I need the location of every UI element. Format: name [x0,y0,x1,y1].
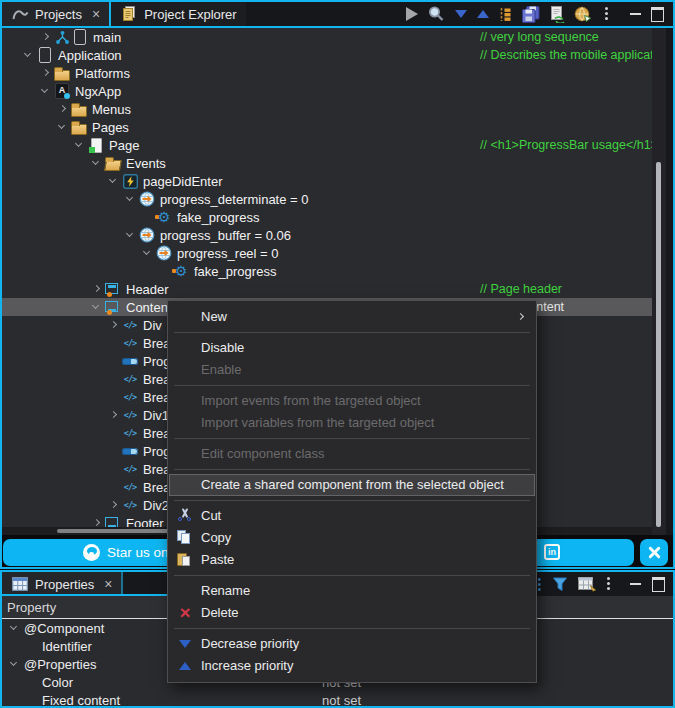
property-label: Identifier [42,639,92,654]
tree-item-events[interactable]: Events [2,154,652,172]
page-icon [87,137,105,153]
menu-item-increase-priority[interactable]: Increase priority [168,655,536,677]
chevron-expanded-icon[interactable] [124,226,138,244]
publish-globe-icon[interactable] [574,4,592,24]
chevron-collapsed-icon[interactable] [56,100,70,118]
tree-item-progress-reel-0[interactable]: progress_reel = 0 [2,244,652,262]
tree-item-page[interactable]: Page// <h1>ProgressBar usage</h1> [2,136,652,154]
close-tab-icon[interactable]: × [104,578,112,590]
property-value[interactable]: not set [322,693,361,708]
tab-project-explorer[interactable]: Project Explorer [111,2,245,26]
chevron-spacer [141,208,155,226]
chevron-collapsed-icon[interactable] [107,496,121,514]
folder-icon [70,101,88,117]
tree-item-ngxapp[interactable]: NgxApp [2,82,652,100]
chevron-spacer [107,442,121,460]
progressbar-icon [121,353,139,369]
tree-item-fake-progress[interactable]: fake_progress [2,262,652,280]
property-row-fixed-content[interactable]: Fixed contentnot set [2,691,673,708]
menu-item-rename[interactable]: Rename [168,580,536,602]
property-label: Fixed content [42,693,120,708]
chevron-collapsed-icon[interactable] [107,406,121,424]
tree-item-comment: // Describes the mobile application [480,48,652,62]
tree-item-label: progress_reel = 0 [177,246,279,261]
minimize-icon[interactable] [629,574,642,594]
chevron-expanded-icon[interactable] [56,118,70,136]
tree-item-pages[interactable]: Pages [2,118,652,136]
chevron-expanded-icon[interactable] [22,46,36,64]
refresh-doc-icon[interactable] [549,4,565,24]
tree-item-pagedidenter[interactable]: pageDidEnter [2,172,652,190]
tree-item-fake-progress[interactable]: fake_progress [2,208,652,226]
chevron-collapsed-icon[interactable] [107,316,121,334]
menu-item-label: Paste [201,552,234,567]
tab-projects[interactable]: Projects × [2,2,111,26]
menu-item-new[interactable]: New [168,306,536,328]
chevron-expanded-icon[interactable] [8,655,22,673]
chevron-expanded-icon[interactable] [39,82,53,100]
outline-icon[interactable] [498,4,513,24]
tab-properties[interactable]: Properties × [2,572,123,596]
tab-project-explorer-label: Project Explorer [144,7,236,22]
tree-item-progress-determinate-0[interactable]: progress_determinate = 0 [2,190,652,208]
vertical-scrollbar[interactable] [652,28,666,535]
chevron-collapsed-icon[interactable] [90,280,104,298]
maximize-icon[interactable] [651,4,664,24]
chevron-expanded-icon[interactable] [107,172,121,190]
table-edit-icon[interactable] [578,574,596,594]
tree-item-label: Div2 [143,498,169,513]
chevron-expanded-icon[interactable] [90,154,104,172]
tree-item-menus[interactable]: Menus [2,100,652,118]
menu-item-create-a-shared-component-from-the-selec[interactable]: Create a shared component from the selec… [169,474,535,496]
search-icon[interactable] [427,4,445,24]
chevron-expanded-icon[interactable] [8,619,22,637]
tree-item-label: NgxApp [75,84,121,99]
move-up-icon[interactable] [476,4,489,24]
footer-icon [104,515,122,527]
menu-item-cut[interactable]: Cut [168,505,536,527]
menu-item-label: Import variables from the targeted objec… [201,415,434,430]
overflow-dots-icon[interactable] [606,574,619,594]
content-icon [104,299,122,315]
device-icon [36,47,54,63]
tree-item-label: Page [109,138,139,153]
run-icon[interactable] [405,4,418,24]
tree-item-label: Footer [126,516,164,528]
tree-item-header[interactable]: Header// Page header [2,280,652,298]
vertical-scrollbar-thumb[interactable] [656,162,661,527]
move-down-icon[interactable] [454,4,467,24]
chevron-expanded-icon[interactable] [90,298,104,316]
chevron-expanded-icon[interactable] [124,190,138,208]
overflow-dots-icon[interactable] [604,4,617,24]
tree-item-label: pageDidEnter [143,174,223,189]
menu-item-decrease-priority[interactable]: Decrease priority [168,633,536,655]
tree-item-comment: // <h1>ProgressBar usage</h1> [480,138,652,152]
menu-item-paste[interactable]: Paste [168,549,536,571]
menu-item-delete[interactable]: Delete [168,602,536,624]
menu-item-label: Delete [201,605,239,620]
chevron-collapsed-icon[interactable] [39,64,53,82]
tree-item-main[interactable]: main// very long sequence [2,28,652,46]
minimize-icon[interactable] [629,4,642,24]
banner-close-button[interactable] [640,539,668,566]
chevron-collapsed-icon[interactable] [39,28,53,46]
tree-item-label: Div [143,318,162,333]
close-tab-icon[interactable]: × [92,8,100,20]
variable-icon [138,191,156,207]
maximize-icon[interactable] [652,574,665,594]
code-icon [121,497,139,513]
chevron-expanded-icon[interactable] [73,136,87,154]
menu-separator [168,571,536,580]
tree-item-progress-buffer-0-06[interactable]: progress_buffer = 0.06 [2,226,652,244]
menu-item-copy[interactable]: Copy [168,527,536,549]
chevron-expanded-icon[interactable] [141,244,155,262]
menu-item-disable[interactable]: Disable [168,337,536,359]
menu-separator [168,328,536,337]
chevron-collapsed-icon[interactable] [90,514,104,527]
tree-item-label: Events [126,156,166,171]
menu-item-label: Enable [201,362,241,377]
save-all-icon[interactable] [522,4,540,24]
tree-item-platforms[interactable]: Platforms [2,64,652,82]
filter-icon[interactable] [552,574,568,594]
tree-item-application[interactable]: Application// Describes the mobile appli… [2,46,652,64]
